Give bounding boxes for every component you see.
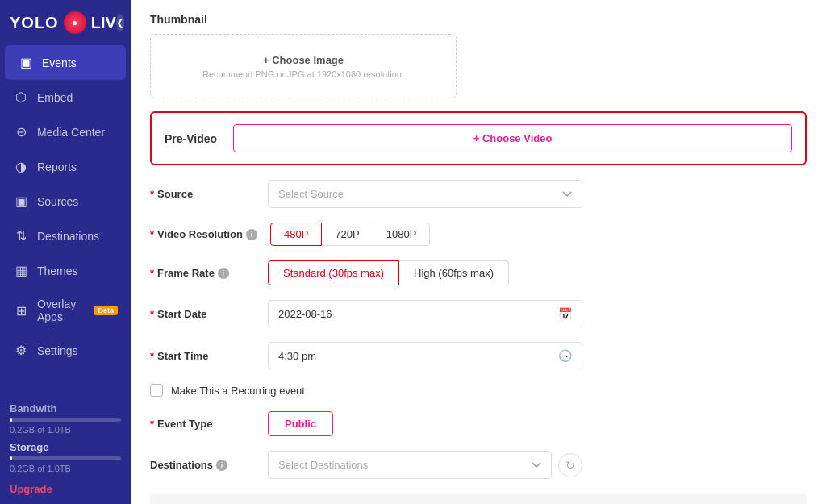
sidebar-item-media-center[interactable]: ⊝ Media Center: [0, 115, 131, 149]
sidebar-item-label: Overlay Apps: [37, 298, 84, 323]
recurring-row: Make This a Recurring event: [150, 384, 807, 397]
sidebar-item-label: Media Center: [37, 126, 105, 139]
destinations-icon: ⇅: [13, 228, 29, 244]
sidebar: YOLO ● LIV ❮ ▣ Events ⬡ Embed ⊝ Media Ce…: [0, 0, 131, 504]
thumbnail-upload-area[interactable]: + Choose Image Recommend PNG or JPG at 1…: [150, 34, 457, 98]
sidebar-item-events[interactable]: ▣ Events: [5, 45, 126, 80]
start-date-input[interactable]: 2022-08-16 📅: [268, 300, 582, 327]
frame-rate-required: *: [150, 267, 154, 279]
sidebar-item-label: Events: [42, 56, 77, 69]
source-select[interactable]: Select Source: [268, 180, 582, 208]
resolution-1080p-button[interactable]: 1080P: [373, 223, 431, 246]
video-res-required: *: [150, 228, 154, 240]
start-date-label: * Start Date: [150, 308, 255, 320]
destinations-info-icon[interactable]: i: [216, 460, 227, 471]
destinations-refresh-button[interactable]: ↻: [558, 453, 582, 477]
destinations-label: Destinations i: [150, 459, 255, 471]
destinations-select[interactable]: Select Destinations: [268, 451, 552, 479]
choose-video-button[interactable]: + Choose Video: [233, 124, 792, 152]
sidebar-item-reports[interactable]: ◑ Reports: [0, 149, 131, 184]
bandwidth-progress-fill: [10, 418, 12, 422]
recurring-checkbox[interactable]: [150, 384, 163, 397]
start-time-input[interactable]: 4:30 pm 🕓: [268, 342, 582, 369]
resolution-720p-button[interactable]: 720P: [322, 223, 373, 246]
start-time-value: 4:30 pm: [278, 350, 558, 362]
themes-icon: ▦: [13, 263, 29, 278]
start-date-row: * Start Date 2022-08-16 📅: [150, 300, 807, 327]
storage-usage: 0.2GB of 1.0TB: [10, 464, 121, 473]
start-date-required: *: [150, 308, 154, 320]
event-type-row: * Event Type Public: [150, 411, 807, 436]
event-type-public-button[interactable]: Public: [268, 411, 333, 436]
sidebar-bottom: Bandwith 0.2GB of 1.0TB Storage 0.2GB of…: [0, 394, 131, 504]
sidebar-item-label: Embed: [37, 91, 73, 104]
sidebar-item-label: Themes: [37, 264, 78, 277]
source-control: Select Source: [268, 180, 582, 208]
start-time-required: *: [150, 350, 154, 362]
logo-suffix: LIV: [91, 14, 116, 32]
video-res-label-text: Video Resolution: [157, 228, 243, 240]
sidebar-item-label: Reports: [37, 160, 77, 173]
sidebar-collapse-button[interactable]: ❮: [116, 14, 124, 31]
destinations-label-text: Destinations: [150, 459, 213, 471]
sidebar-item-themes[interactable]: ▦ Themes: [0, 253, 131, 288]
sidebar-logo-area: YOLO ● LIV ❮: [0, 0, 131, 45]
bandwidth-usage: 0.2GB of 1.0TB: [10, 425, 121, 435]
start-time-row: * Start Time 4:30 pm 🕓: [150, 342, 807, 369]
media-center-icon: ⊝: [13, 124, 29, 140]
frame-rate-standard-button[interactable]: Standard (30fps max): [268, 260, 399, 285]
source-label: * Source: [150, 188, 255, 200]
sidebar-item-label: Settings: [37, 344, 78, 357]
frame-rate-group: Standard (30fps max) High (60fps max): [268, 260, 509, 285]
source-required: *: [150, 188, 154, 200]
start-date-value: 2022-08-16: [278, 308, 558, 320]
pre-video-section: Pre-Video + Choose Video: [150, 111, 807, 165]
sidebar-item-destinations[interactable]: ⇅ Destinations: [0, 219, 131, 253]
recurring-label: Make This a Recurring event: [171, 385, 305, 397]
destinations-wrap: Select Destinations ↻: [268, 451, 582, 479]
calendar-icon: 📅: [558, 307, 572, 320]
frame-rate-high-button[interactable]: High (60fps max): [399, 260, 509, 285]
logo-text: YOLO: [10, 14, 59, 32]
embed-icon: ⬡: [13, 90, 29, 105]
events-icon: ▣: [18, 55, 34, 70]
storage-label: Storage: [10, 441, 121, 453]
resolution-480p-button[interactable]: 480P: [270, 223, 322, 246]
thumbnail-label: Thumbnail: [150, 13, 807, 26]
source-row: * Source Select Source: [150, 180, 807, 208]
frame-rate-info-icon[interactable]: i: [218, 268, 229, 279]
sidebar-item-label: Sources: [37, 195, 78, 208]
sidebar-item-embed[interactable]: ⬡ Embed: [0, 80, 131, 115]
sidebar-item-sources[interactable]: ▣ Sources: [0, 184, 131, 219]
event-type-label-text: Event Type: [157, 418, 212, 430]
video-resolution-row: * Video Resolution i 480P 720P 1080P: [150, 223, 807, 246]
sidebar-item-label: Destinations: [37, 230, 99, 243]
video-res-info-icon[interactable]: i: [246, 229, 257, 240]
bandwidth-label: Bandwith: [10, 402, 121, 414]
upgrade-link[interactable]: Upgrade: [10, 483, 52, 495]
frame-rate-label: * Frame Rate i: [150, 267, 255, 279]
destinations-row: Destinations i Select Destinations ↻: [150, 451, 807, 479]
thumbnail-section: Thumbnail + Choose Image Recommend PNG o…: [150, 13, 807, 98]
sidebar-item-settings[interactable]: ⚙ Settings: [0, 333, 131, 368]
beta-badge: Beta: [94, 306, 118, 315]
storage-progress-fill: [10, 456, 12, 460]
sources-icon: ▣: [13, 194, 29, 209]
pre-video-label: Pre-Video: [165, 132, 217, 145]
clock-icon: 🕓: [558, 349, 572, 362]
event-type-required: *: [150, 418, 154, 430]
overlay-apps-icon: ⊞: [13, 303, 29, 319]
video-resolution-label: * Video Resolution i: [150, 228, 257, 240]
frame-rate-row: * Frame Rate i Standard (30fps max) High…: [150, 260, 807, 285]
event-type-label: * Event Type: [150, 418, 255, 430]
main-content: Thumbnail + Choose Image Recommend PNG o…: [131, 0, 826, 504]
start-time-label-text: Start Time: [157, 350, 208, 362]
logo-icon: ●: [64, 11, 86, 34]
advanced-settings-row[interactable]: ▶ Advanced Settings: [150, 494, 807, 504]
thumbnail-hint: Recommend PNG or JPG at 1920x1080 resolu…: [202, 69, 404, 79]
source-label-text: Source: [157, 188, 193, 200]
sidebar-item-overlay-apps[interactable]: ⊞ Overlay Apps Beta: [0, 288, 131, 333]
frame-rate-label-text: Frame Rate: [157, 267, 215, 279]
choose-image-text: + Choose Image: [263, 54, 344, 66]
logo-wrapper: YOLO ● LIV: [10, 11, 116, 34]
